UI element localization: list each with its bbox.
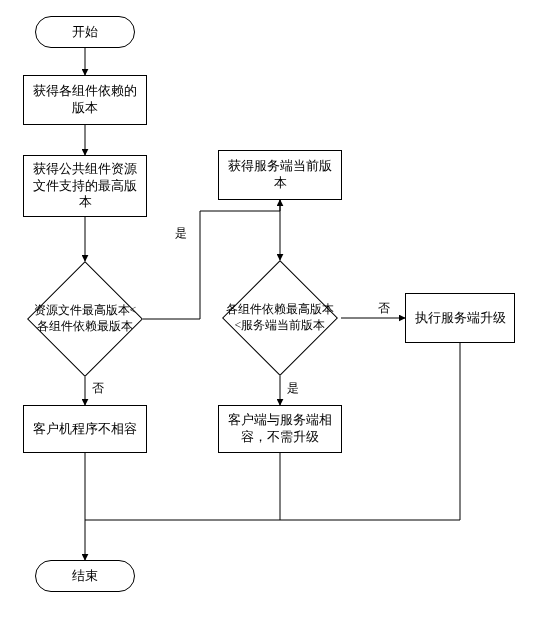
edge-label-d2-yes: 是 [287, 380, 299, 397]
start-label: 开始 [72, 24, 98, 40]
p4-label: 获得服务端当前版 本 [228, 158, 332, 192]
end-terminator: 结束 [35, 560, 135, 592]
end-label: 结束 [72, 568, 98, 584]
flowchart-canvas: 开始 获得各组件依赖的 版本 获得公共组件资源 文件支持的最高版 本 资源文件最… [0, 0, 543, 625]
p1-label: 获得各组件依赖的 版本 [33, 83, 137, 117]
process-get-resource-max-version: 获得公共组件资源 文件支持的最高版 本 [23, 155, 147, 217]
process-get-component-versions: 获得各组件依赖的 版本 [23, 75, 147, 125]
edge-label-d1-no: 否 [92, 380, 104, 397]
p3-label: 客户机程序不相容 [33, 421, 137, 438]
decision-component-vs-server: 各组件依赖最高版本 <服务端当前版本 [239, 277, 321, 359]
decision-resource-vs-component: 资源文件最高版本< 各组件依赖最版本 [44, 278, 126, 360]
process-get-server-version: 获得服务端当前版 本 [218, 150, 342, 200]
p5-label: 客户端与服务端相 容，不需升级 [228, 412, 332, 446]
process-compatible-no-upgrade: 客户端与服务端相 容，不需升级 [218, 405, 342, 453]
edge-label-d1-yes: 是 [175, 225, 187, 242]
p2-label: 获得公共组件资源 文件支持的最高版 本 [33, 161, 137, 212]
start-terminator: 开始 [35, 16, 135, 48]
p6-label: 执行服务端升级 [415, 310, 506, 327]
edge-label-d2-no: 否 [378, 300, 390, 317]
process-execute-server-upgrade: 执行服务端升级 [405, 293, 515, 343]
process-client-incompatible: 客户机程序不相容 [23, 405, 147, 453]
